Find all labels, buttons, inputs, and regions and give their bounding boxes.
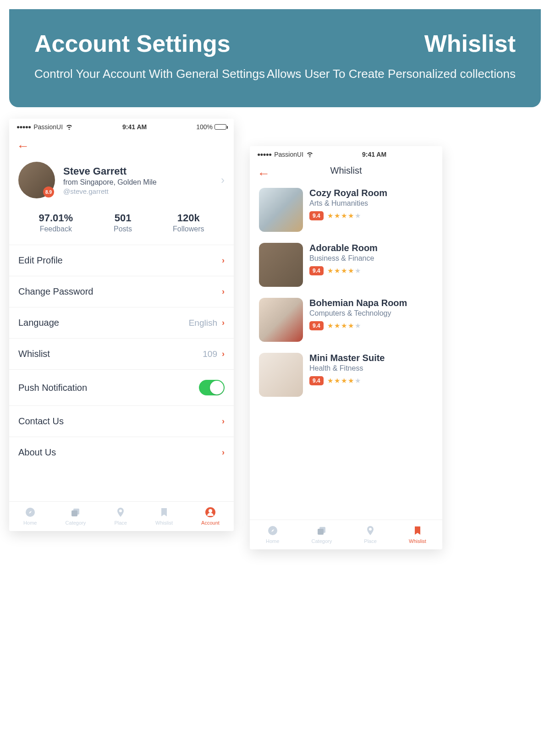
wishlist-item[interactable]: Adorable Room Business & Finance 9.4 ★★★… [250, 239, 442, 294]
wishlist-name: Adorable Room [309, 243, 433, 253]
wishlist-thumb [259, 188, 303, 232]
chevron-right-icon: › [222, 448, 225, 457]
status-time: 9:41 AM [362, 151, 386, 158]
compass-icon [267, 525, 279, 537]
profile-handle: @steve.garrett [63, 187, 213, 195]
tab-home[interactable]: Home [23, 506, 37, 526]
tab-bar: Home Category Place Whislist [250, 520, 442, 549]
stars-icon: ★★★★★ [327, 322, 362, 330]
menu-label: Whislist [18, 349, 50, 359]
tab-category[interactable]: Category [312, 525, 332, 544]
chevron-right-icon: › [222, 349, 225, 359]
stat-posts-label: Posts [114, 225, 132, 233]
tab-label: Category [312, 538, 332, 544]
svg-rect-7 [318, 529, 324, 535]
rating-badge: 9.4 [309, 211, 324, 220]
menu-label: About Us [18, 447, 56, 458]
phone-account-settings: ●●●●● PassionUI 9:41 AM 100% ← 8.9 Steve… [9, 119, 234, 531]
chevron-right-icon: › [222, 256, 225, 265]
page-title: Whislist [250, 163, 442, 184]
menu-contact-us[interactable]: Contact Us › [9, 406, 234, 437]
layers-icon [316, 525, 328, 537]
header-right-sub: Allows User To Create Personalized colle… [267, 66, 516, 82]
pin-icon [115, 506, 126, 518]
rating-badge: 9.4 [309, 321, 324, 330]
header-left-title: Account Settings [34, 30, 265, 57]
stat-followers: 120k Followers [173, 212, 204, 233]
chevron-right-icon: › [222, 416, 225, 426]
menu-about-us[interactable]: About Us › [9, 437, 234, 468]
compass-icon [24, 506, 36, 518]
tab-home[interactable]: Home [266, 525, 279, 544]
header-banner: Account Settings Control Your Account Wi… [9, 9, 541, 107]
signal-dots-icon: ●●●●● [16, 124, 31, 130]
signal-dots-icon: ●●●●● [257, 151, 271, 158]
header-right-col: Whislist Allows User To Create Personali… [267, 30, 516, 82]
menu-label: Contact Us [18, 416, 64, 427]
profile-name: Steve Garrett [63, 165, 213, 177]
wifi-icon [306, 152, 314, 157]
menu-label: Push Notification [18, 383, 87, 393]
wishlist-category: Arts & Humanities [309, 199, 433, 208]
tab-label: Place [114, 520, 127, 526]
wishlist-thumb [259, 353, 303, 397]
wishlist-item[interactable]: Mini Master Suite Health & Fitness 9.4 ★… [250, 349, 442, 404]
tab-category[interactable]: Category [66, 506, 86, 526]
rating-badge: 9.4 [309, 376, 324, 385]
avatar: 8.9 [18, 162, 55, 198]
layers-icon [70, 506, 82, 518]
stars-icon: ★★★★★ [327, 212, 362, 220]
tab-label: Whislist [155, 520, 173, 526]
stat-feedback-label: Feedback [38, 225, 73, 233]
user-icon [204, 506, 216, 518]
status-bar: ●●●●● PassionUI 9:41 AM 100% [9, 119, 234, 135]
whislist-count: 109 [203, 349, 217, 359]
stars-icon: ★★★★★ [327, 267, 362, 275]
menu-push-notification: Push Notification [9, 370, 234, 406]
back-button[interactable]: ← [9, 135, 234, 157]
back-button[interactable]: ← [250, 163, 277, 185]
status-bar: ●●●●● PassionUI 9:41 AM [250, 146, 442, 163]
profile-location: from Singapore, Golden Mile [63, 178, 213, 186]
menu-label: Change Password [18, 286, 93, 297]
svg-rect-2 [72, 510, 77, 516]
wishlist-thumb [259, 243, 303, 287]
chevron-right-icon: › [221, 174, 225, 186]
stat-feedback: 97.01% Feedback [38, 212, 73, 233]
profile-row[interactable]: 8.9 Steve Garrett from Singapore, Golden… [9, 157, 234, 208]
tab-place[interactable]: Place [114, 506, 127, 526]
avatar-badge: 8.9 [43, 186, 54, 197]
tab-account[interactable]: Account [201, 506, 220, 526]
tab-label: Category [66, 520, 86, 526]
tab-place[interactable]: Place [364, 525, 377, 544]
tab-label: Home [23, 520, 37, 526]
menu-label: Language [18, 318, 59, 328]
wishlist-item[interactable]: Cozy Royal Room Arts & Humanities 9.4 ★★… [250, 184, 442, 239]
battery-icon [214, 124, 226, 130]
push-toggle[interactable] [199, 380, 225, 395]
menu-language[interactable]: Language English › [9, 307, 234, 339]
menu-label: Edit Profile [18, 255, 63, 266]
wishlist-category: Computers & Technology [309, 309, 433, 318]
tab-whislist[interactable]: Whislist [409, 525, 426, 544]
wishlist-item[interactable]: Bohemian Napa Room Computers & Technolog… [250, 294, 442, 349]
stat-feedback-value: 97.01% [38, 212, 73, 224]
back-arrow-icon: ← [16, 139, 29, 153]
carrier-label: PassionUI [33, 123, 63, 131]
stat-followers-label: Followers [173, 225, 204, 233]
back-arrow-icon: ← [257, 166, 270, 181]
menu-edit-profile[interactable]: Edit Profile › [9, 245, 234, 276]
header-left-col: Account Settings Control Your Account Wi… [34, 30, 265, 82]
stat-posts: 501 Posts [114, 212, 132, 233]
tab-whislist[interactable]: Whislist [155, 506, 173, 526]
chevron-right-icon: › [222, 318, 225, 328]
tab-label: Home [266, 538, 279, 544]
header-right-title: Whislist [267, 30, 516, 57]
wishlist-category: Health & Fitness [309, 364, 433, 373]
pin-icon [364, 525, 376, 537]
menu-whislist[interactable]: Whislist 109 › [9, 339, 234, 370]
menu-change-password[interactable]: Change Password › [9, 276, 234, 307]
chevron-right-icon: › [222, 287, 225, 296]
bookmark-icon [158, 506, 170, 518]
wishlist-name: Bohemian Napa Room [309, 298, 433, 308]
